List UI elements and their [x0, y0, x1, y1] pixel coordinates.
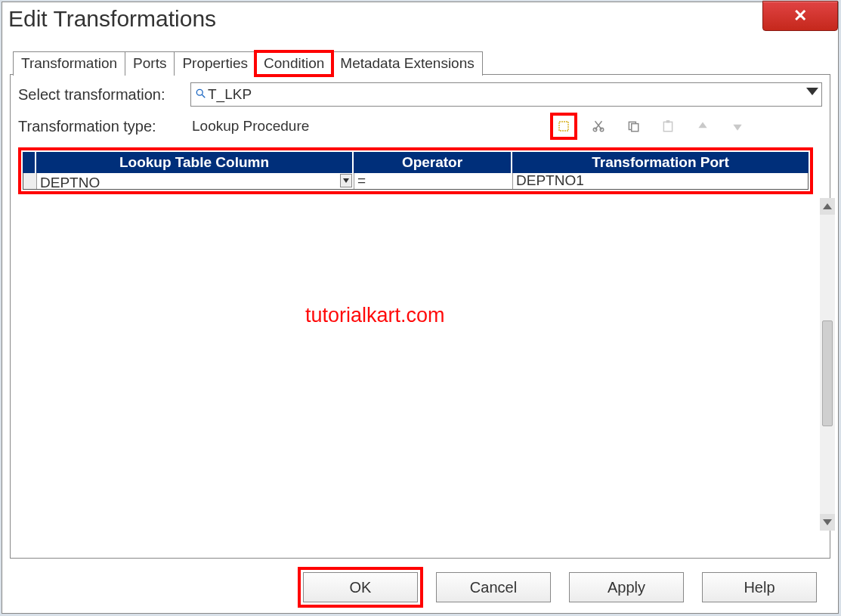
grid-row[interactable]: DEPTNO = DEPTNO1: [23, 173, 809, 190]
dialog-buttons: OK Cancel Apply Help: [10, 559, 830, 605]
chevron-down-icon: [806, 88, 818, 95]
tab-ports[interactable]: Ports: [125, 51, 175, 76]
condition-grid: Lookup Table Column Operator Transformat…: [18, 147, 813, 194]
col-header-operator[interactable]: Operator: [354, 152, 512, 173]
apply-button[interactable]: Apply: [569, 572, 684, 602]
close-icon: ✕: [793, 6, 807, 26]
cell-lookup-col[interactable]: DEPTNO: [37, 173, 354, 190]
cell-lookup-col-value: DEPTNO: [40, 175, 100, 190]
paste-button[interactable]: [657, 116, 679, 137]
watermark-text: tutorialkart.com: [305, 304, 445, 327]
move-down-button[interactable]: [727, 116, 748, 137]
scroll-down-icon[interactable]: [820, 514, 835, 531]
svg-rect-8: [632, 124, 638, 132]
ok-button[interactable]: OK: [303, 572, 418, 602]
vertical-scrollbar[interactable]: [820, 198, 835, 531]
grid-toolbar: [553, 116, 748, 137]
new-row-button[interactable]: [553, 116, 574, 137]
dialog-window: Edit Transformations ✕ Transformation Po…: [2, 2, 839, 614]
dialog-title: Edit Transformations: [8, 6, 216, 32]
select-transformation-value: T_LKP: [208, 86, 252, 103]
svg-line-1: [202, 94, 205, 98]
cut-button[interactable]: [588, 116, 609, 137]
grid-corner: [23, 152, 36, 173]
tab-metadata-extensions[interactable]: Metadata Extensions: [332, 51, 482, 76]
row-handle[interactable]: [23, 173, 37, 190]
svg-rect-2: [559, 122, 568, 131]
magnifier-icon: [196, 86, 206, 103]
cell-operator[interactable]: =: [354, 173, 513, 190]
move-up-button[interactable]: [692, 116, 713, 137]
row-transformation-type: Transformation type: Lookup Procedure: [18, 114, 822, 138]
chevron-down-icon[interactable]: [340, 174, 352, 187]
close-button[interactable]: ✕: [762, 1, 838, 31]
label-transformation-type: Transformation type:: [18, 118, 190, 135]
cancel-button[interactable]: Cancel: [436, 572, 551, 602]
svg-rect-9: [663, 122, 672, 131]
transformation-type-value: Lookup Procedure: [190, 114, 523, 138]
tab-bar: Transformation Ports Properties Conditio…: [13, 51, 830, 75]
col-header-port[interactable]: Transformation Port: [512, 152, 809, 173]
cell-port[interactable]: DEPTNO1: [513, 173, 808, 190]
row-select-transformation: Select transformation: T_LKP: [18, 82, 822, 107]
svg-rect-10: [666, 120, 670, 122]
select-transformation-dropdown[interactable]: T_LKP: [190, 82, 822, 107]
titlebar: Edit Transformations ✕: [2, 2, 838, 36]
col-header-lookup[interactable]: Lookup Table Column: [36, 152, 354, 173]
scroll-thumb[interactable]: [822, 320, 833, 426]
tab-panel-condition: Select transformation: T_LKP Transformat…: [10, 74, 830, 559]
tab-condition[interactable]: Condition: [255, 51, 332, 76]
tab-properties[interactable]: Properties: [174, 51, 256, 76]
svg-point-0: [196, 89, 203, 95]
grid-body-area: tutorialkart.com: [18, 194, 822, 550]
tab-transformation[interactable]: Transformation: [13, 51, 125, 76]
label-select-transformation: Select transformation:: [18, 86, 190, 104]
dialog-content: Transformation Ports Properties Conditio…: [2, 36, 838, 613]
copy-button[interactable]: [623, 116, 644, 137]
scroll-up-icon[interactable]: [820, 198, 835, 215]
help-button[interactable]: Help: [702, 572, 817, 602]
grid-header: Lookup Table Column Operator Transformat…: [23, 152, 809, 173]
